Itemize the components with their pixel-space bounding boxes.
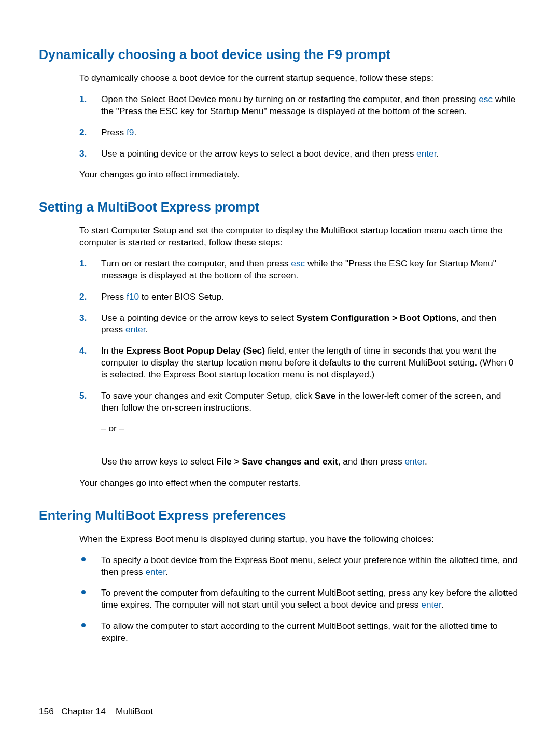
document-page: Dynamically choosing a boot device using…: [0, 0, 560, 745]
chapter-label: Chapter 14: [61, 706, 106, 716]
bold-text: Save: [315, 390, 335, 401]
step-number: 3.: [79, 148, 87, 160]
intro-paragraph: To start Computer Setup and set the comp…: [79, 224, 520, 248]
text-run: .: [441, 599, 444, 610]
bullet-text: To allow the computer to start according…: [101, 621, 498, 643]
list-item: 3.Use a pointing device or the arrow key…: [79, 148, 520, 160]
ordered-list: 1.Turn on or restart the computer, and t…: [79, 258, 520, 468]
page-content: Dynamically choosing a boot device using…: [39, 47, 521, 644]
text-run: Use the arrow keys to select: [101, 456, 216, 467]
step-number: 3.: [79, 312, 87, 324]
key-text: enter: [125, 324, 145, 334]
bullet-text: To prevent the computer from defaulting …: [101, 587, 518, 610]
list-item: 3.Use a pointing device or the arrow key…: [79, 312, 520, 336]
list-item: To allow the computer to start according…: [79, 620, 520, 644]
step-text: Press f9.: [101, 127, 136, 137]
text-run: , and then press: [338, 456, 405, 467]
key-text: f9: [127, 127, 134, 137]
key-text: f10: [127, 291, 139, 302]
list-item: 4.In the Express Boot Popup Delay (Sec) …: [79, 345, 520, 380]
step-text: Use a pointing device or the arrow keys …: [101, 313, 496, 335]
text-run: Turn on or restart the computer, and the…: [101, 258, 291, 269]
key-text: enter: [416, 148, 436, 159]
intro-paragraph: To dynamically choose a boot device for …: [79, 72, 520, 84]
list-item: 2.Press f9.: [79, 126, 520, 138]
intro-paragraph: When the Express Boot menu is displayed …: [79, 533, 520, 545]
page-footer: 156 Chapter 14 MultiBoot: [39, 706, 153, 717]
text-run: .: [425, 456, 427, 467]
key-text: enter: [421, 599, 441, 610]
step-text: Open the Select Boot Device menu by turn…: [101, 94, 515, 116]
page-number: 156: [39, 706, 54, 716]
chapter-title: MultiBoot: [116, 706, 153, 716]
list-item: 5.To save your changes and exit Computer…: [79, 390, 520, 468]
text-run: Use a pointing device or the arrow keys …: [101, 148, 416, 159]
section-heading: Entering MultiBoot Express preferences: [39, 508, 521, 524]
list-item: 2.Press f10 to enter BIOS Setup.: [79, 291, 520, 303]
ordered-list: 1.Open the Select Boot Device menu by tu…: [79, 93, 520, 159]
bullet-icon: [81, 623, 86, 627]
key-text: esc: [479, 94, 493, 104]
text-run: To save your changes and exit Computer S…: [101, 390, 315, 401]
text-run: .: [165, 567, 168, 577]
bullet-icon: [81, 557, 86, 561]
step-text: Turn on or restart the computer, and the…: [101, 258, 496, 280]
section-body: When the Express Boot menu is displayed …: [79, 533, 520, 644]
section-gap: [39, 498, 521, 508]
text-run: to enter BIOS Setup.: [139, 291, 224, 302]
step-extra: Use the arrow keys to select File > Save…: [101, 456, 520, 468]
step-text: Press f10 to enter BIOS Setup.: [101, 291, 224, 302]
text-run: To prevent the computer from defaulting …: [101, 587, 518, 610]
bullet-list: To specify a boot device from the Expres…: [79, 554, 520, 644]
list-item: 1.Turn on or restart the computer, and t…: [79, 258, 520, 282]
text-run: In the: [101, 345, 126, 356]
step-number: 1.: [79, 258, 87, 270]
bullet-text: To specify a boot device from the Expres…: [101, 555, 517, 577]
step-number: 5.: [79, 390, 87, 402]
step-text: To save your changes and exit Computer S…: [101, 390, 501, 413]
text-run: Press: [101, 291, 127, 302]
text-run: .: [146, 324, 148, 334]
list-item: To specify a boot device from the Expres…: [79, 554, 520, 578]
step-text: In the Express Boot Popup Delay (Sec) fi…: [101, 345, 513, 379]
list-item: To prevent the computer from defaulting …: [79, 587, 520, 611]
text-run: To allow the computer to start according…: [101, 621, 498, 643]
section-heading: Setting a MultiBoot Express prompt: [39, 199, 521, 215]
outro-paragraph: Your changes go into effect immediately.: [79, 168, 520, 180]
section-body: To dynamically choose a boot device for …: [79, 72, 520, 180]
bullet-icon: [81, 590, 86, 594]
section-heading: Dynamically choosing a boot device using…: [39, 47, 521, 63]
key-text: enter: [146, 567, 165, 577]
step-number: 4.: [79, 345, 87, 357]
key-text: enter: [404, 456, 424, 467]
section-body: To start Computer Setup and set the comp…: [79, 224, 520, 488]
text-run: .: [134, 127, 136, 137]
bold-text: System Configuration > Boot Options: [297, 313, 457, 323]
list-item: 1.Open the Select Boot Device menu by tu…: [79, 93, 520, 117]
text-run: Press: [101, 127, 127, 137]
text-run: Open the Select Boot Device menu by turn…: [101, 94, 479, 104]
step-number: 2.: [79, 291, 87, 303]
step-extra: – or –: [101, 423, 520, 434]
step-number: 1.: [79, 93, 87, 105]
text-run: – or –: [101, 423, 124, 433]
outro-paragraph: Your changes go into effect when the com…: [79, 477, 520, 489]
step-number: 2.: [79, 126, 87, 138]
bold-text: File > Save changes and exit: [216, 456, 338, 467]
text-run: .: [437, 148, 439, 159]
key-text: esc: [291, 258, 305, 269]
section-gap: [39, 190, 521, 199]
text-run: Use a pointing device or the arrow keys …: [101, 313, 297, 323]
step-text: Use a pointing device or the arrow keys …: [101, 148, 439, 159]
bold-text: Express Boot Popup Delay (Sec): [126, 345, 265, 356]
